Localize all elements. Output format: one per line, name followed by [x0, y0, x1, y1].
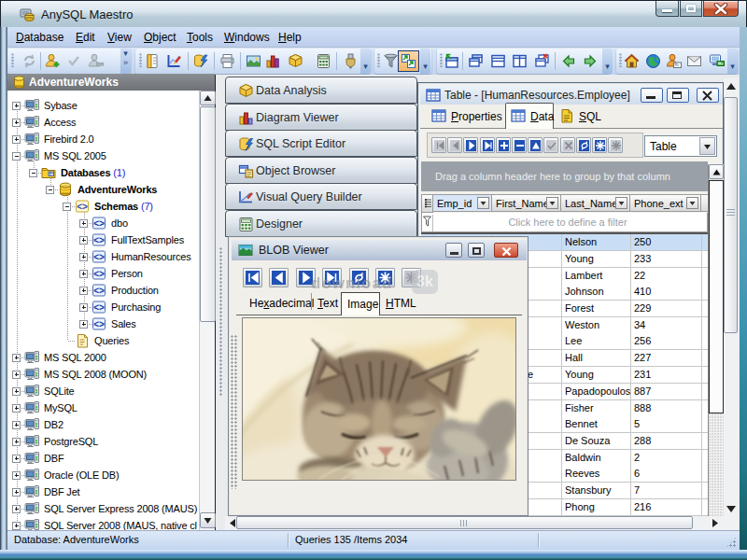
svg-text:<>: <> — [93, 302, 105, 313]
svg-text:<>: <> — [93, 252, 105, 262]
svg-text:<>: <> — [93, 286, 105, 296]
svg-text:<>: <> — [77, 202, 88, 212]
svg-text:<>: <> — [93, 319, 105, 329]
svg-text:<>: <> — [93, 218, 105, 229]
svg-text:<>: <> — [93, 269, 105, 279]
svg-text:<>: <> — [93, 235, 105, 245]
